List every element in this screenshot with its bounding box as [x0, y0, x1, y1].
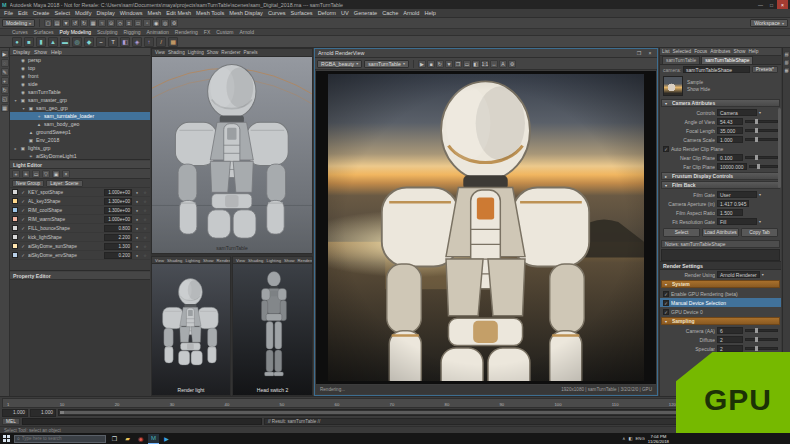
light-mute-icon[interactable]: ○ — [142, 235, 148, 240]
outliner-row[interactable]: ◉ persp — [10, 56, 150, 64]
viewport-render-light[interactable]: ViewShadingLightingShowRendererPanels Re… — [151, 256, 231, 396]
rotate-tool-icon[interactable]: ↻ — [1, 86, 9, 94]
save-scene-icon[interactable]: ▼ — [62, 19, 70, 27]
outliner-row[interactable]: ▣ Env_2018 — [10, 136, 150, 144]
light-color-swatch[interactable] — [12, 225, 18, 231]
expand-arrow-icon[interactable]: ▾ — [21, 106, 26, 111]
stop-ipr-icon[interactable]: ■ — [427, 60, 435, 68]
light-enable-checkbox[interactable]: ✓ — [20, 244, 26, 249]
channel-box-tab-icon[interactable]: ▤ — [784, 51, 790, 57]
light-enable-checkbox[interactable]: ✓ — [20, 253, 26, 258]
maya-icon[interactable]: M — [148, 434, 159, 444]
light-solo-icon[interactable]: ● — [134, 208, 140, 213]
workspace-dropdown[interactable]: Workspace▾ — [750, 19, 788, 27]
light-enable-checkbox[interactable]: ✓ — [20, 226, 26, 231]
spot-light-icon[interactable]: ▽ — [42, 170, 50, 178]
light-color-swatch[interactable] — [12, 252, 18, 258]
attribute-editor-menu-item[interactable]: Show — [733, 49, 745, 54]
search-input[interactable] — [22, 436, 103, 441]
node-tab[interactable]: samTurnTable — [662, 56, 700, 64]
attribute-editor-menu-item[interactable]: Selected — [672, 49, 691, 54]
setting-checkbox[interactable]: ✓ — [663, 291, 669, 297]
light-solo-icon[interactable]: ● — [134, 235, 140, 240]
range-start-handle[interactable] — [60, 411, 64, 414]
attribute-row[interactable]: Camera Scale 1.000 ▾ — [660, 135, 781, 144]
section-arrow-icon[interactable]: ▾ — [665, 183, 670, 188]
modeling-toolkit-tab-icon[interactable]: ▥ — [784, 59, 790, 65]
render-frame-icon[interactable]: ◉ — [152, 19, 160, 27]
attribute-slider[interactable] — [745, 129, 778, 132]
light-enable-checkbox[interactable]: ✓ — [20, 208, 26, 213]
attribute-slider[interactable] — [745, 120, 778, 123]
menu-item[interactable]: Mesh Tools — [196, 10, 224, 16]
light-mute-icon[interactable]: ○ — [142, 244, 148, 249]
mel-mode-toggle[interactable]: MEL — [2, 418, 20, 425]
viewport-menu-item[interactable]: Lighting — [266, 258, 281, 263]
new-light-icon[interactable]: + — [12, 170, 20, 178]
menu-item[interactable]: Edit — [18, 10, 28, 16]
range-slider-bar[interactable] — [60, 411, 730, 414]
shelf-tab[interactable]: Animation — [147, 29, 169, 35]
menu-item[interactable]: Help — [424, 10, 436, 16]
snap-plane-icon[interactable]: ◇ — [116, 19, 124, 27]
presets-button[interactable]: Presets* — [752, 66, 778, 73]
new-scene-icon[interactable]: ▢ — [44, 19, 52, 27]
attribute-row[interactable]: Camera Aperture (in) 1.417 0.945 ▾ — [660, 199, 781, 208]
layer-dropdown[interactable]: Layer: Scene — [46, 180, 82, 187]
light-group-icon[interactable]: ▣ — [52, 170, 60, 178]
command-input[interactable] — [22, 418, 262, 425]
renderview-canvas[interactable] — [316, 71, 656, 384]
node-tab[interactable]: samTurnTableShape — [701, 56, 753, 64]
object-name-field[interactable]: samTurnTableShape — [683, 66, 750, 73]
poly-cylinder-icon[interactable]: ▮ — [36, 37, 46, 47]
viewport-menu-item[interactable]: Shading — [248, 258, 263, 263]
section-arrow-icon[interactable]: ▾ — [665, 319, 670, 324]
close-button[interactable]: × — [777, 0, 788, 9]
light-exposure-field[interactable]: 0.200 — [104, 252, 132, 259]
outliner-row[interactable]: ◉ samTurnTable — [10, 88, 150, 96]
attribute-row[interactable]: Film Gate User ▾ — [660, 190, 781, 199]
attribute-editor-button[interactable]: Load Attributes — [702, 228, 739, 237]
scale-tool-icon[interactable]: ◱ — [1, 95, 9, 103]
outliner-row[interactable]: ▲ groundSweep1 — [10, 128, 150, 136]
undo-icon[interactable]: ↺ — [71, 19, 79, 27]
light-exposure-field[interactable]: 1.300 — [104, 243, 132, 250]
select-object-icon[interactable]: □ — [134, 19, 142, 27]
viewport-canvas[interactable]: Head switch 2 — [233, 264, 312, 395]
boolean-icon[interactable]: ◧ — [120, 37, 130, 47]
attribute-value-field[interactable]: 10000.000 — [717, 163, 747, 170]
attribute-row[interactable]: Fit Resolution Gate Fill ▾ — [660, 217, 781, 226]
light-color-swatch[interactable] — [12, 243, 18, 249]
viewport-menu-item[interactable]: Panels — [243, 50, 257, 55]
light-enable-checkbox[interactable]: ✓ — [20, 235, 26, 240]
menuset-dropdown[interactable]: Modeling▾ — [2, 19, 35, 27]
light-mute-icon[interactable]: ○ — [142, 208, 148, 213]
start-ipr-icon[interactable]: ▶ — [418, 60, 426, 68]
menu-item[interactable]: Select — [54, 10, 70, 16]
attribute-value-field[interactable]: 1.000 — [717, 136, 743, 143]
render-setting-row[interactable]: Camera (AA) 6 ▾ — [660, 326, 781, 335]
attribute-row[interactable]: Angle of View 54.43 ▾ — [660, 117, 781, 126]
light-mute-icon[interactable]: ○ — [142, 253, 148, 258]
float-panel-icon[interactable]: ❐ — [635, 49, 643, 58]
attribute-editor-button[interactable]: Select — [663, 228, 700, 237]
light-solo-icon[interactable]: ● — [134, 253, 140, 258]
outliner-row[interactable]: + sam_turntable_loader — [10, 112, 150, 120]
light-row[interactable]: ✓ kick_lightShape 2.200 ● ○ — [10, 233, 150, 242]
light-color-swatch[interactable] — [12, 189, 18, 195]
menu-item[interactable]: UV — [341, 10, 349, 16]
menu-item[interactable]: Generate — [354, 10, 377, 16]
platonic-solid-icon[interactable]: ◆ — [84, 37, 94, 47]
menu-item[interactable]: Create — [33, 10, 50, 16]
attribute-row[interactable]: Near Clip Plane 0.100 ▾ — [660, 153, 781, 162]
attribute-editor-menu-item[interactable]: Focus — [694, 49, 707, 54]
attribute-row[interactable]: ✓ Auto Render Clip Plane ▾ — [660, 144, 781, 153]
viewport-head-switch[interactable]: ViewShadingLightingShowRendererPanels He… — [232, 256, 313, 396]
menu-item[interactable]: Curves — [268, 10, 286, 16]
light-row[interactable]: ✓ FILL_bounceShape 0.800 ● ○ — [10, 224, 150, 233]
setting-value-field[interactable]: 2 — [717, 345, 743, 352]
attribute-row[interactable]: Far Clip Plane 10000.000 ▾ — [660, 162, 781, 171]
attribute-value-field[interactable]: Fill — [717, 218, 757, 225]
ipr-render-icon[interactable]: ◎ — [161, 19, 169, 27]
attribute-row[interactable]: Focal Length 35.000 ▾ — [660, 126, 781, 135]
